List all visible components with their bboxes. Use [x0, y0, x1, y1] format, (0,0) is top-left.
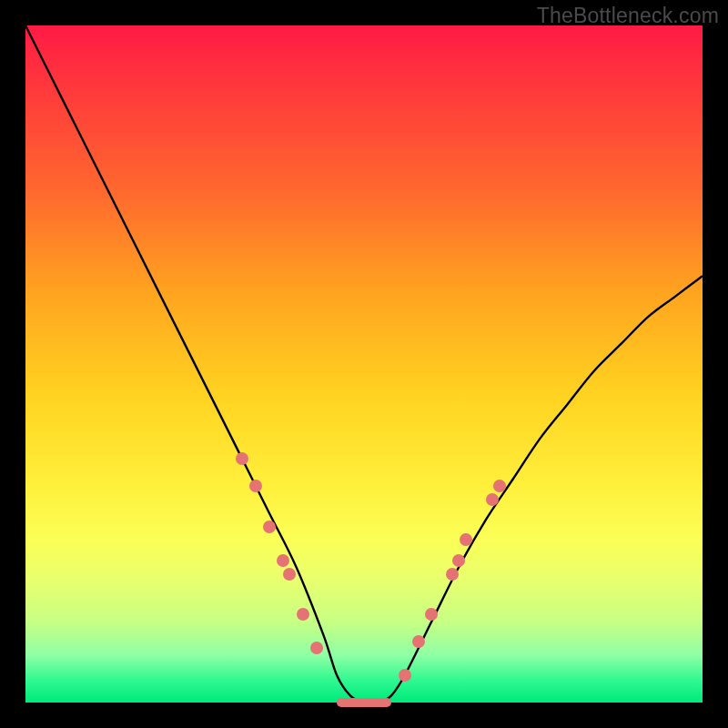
- curve-marker-right: [486, 493, 499, 506]
- curve-marker-left: [236, 452, 248, 465]
- curve-marker-right: [446, 568, 459, 581]
- curve-marker-right: [452, 554, 465, 567]
- chart-frame: TheBottleneck.com: [0, 0, 728, 728]
- curve-marker-left: [310, 642, 323, 654]
- curve-marker-right: [399, 669, 411, 682]
- curve-marker-right: [493, 480, 506, 492]
- curve-marker-right: [460, 533, 472, 546]
- curve-marker-left: [277, 554, 289, 567]
- curve-marker-left: [263, 521, 276, 533]
- curve-marker-left: [297, 608, 309, 621]
- bottleneck-curve: [25, 25, 703, 703]
- curve-marker-left: [283, 568, 296, 581]
- curve-marker-right: [412, 635, 425, 648]
- watermark-text: TheBottleneck.com: [537, 4, 719, 28]
- optimal-range-bar: [337, 698, 391, 707]
- curve-marker-right: [425, 608, 438, 621]
- plot-area: [25, 25, 703, 703]
- curve-marker-left: [249, 480, 262, 492]
